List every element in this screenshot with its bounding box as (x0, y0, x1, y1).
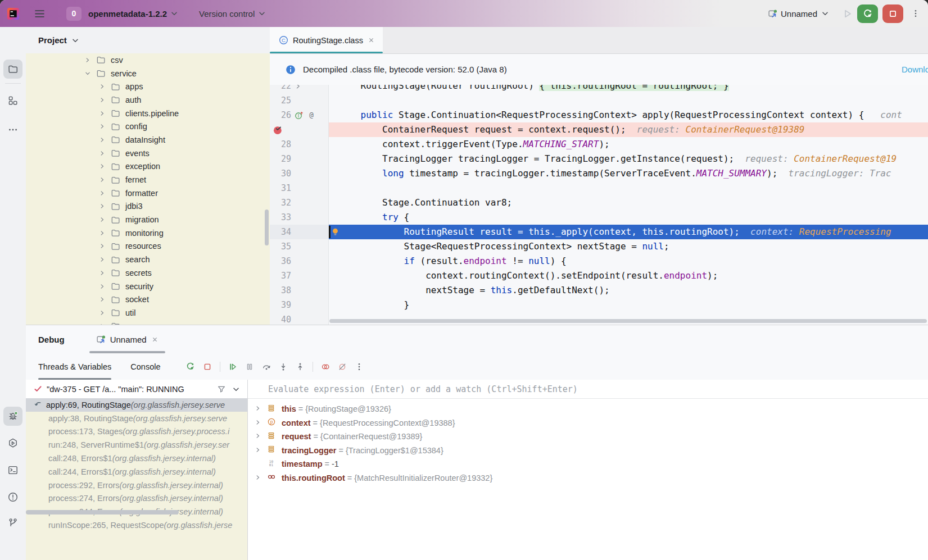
stripe-project-folder-icon[interactable] (3, 60, 22, 79)
tree-item-socket[interactable]: socket (26, 293, 270, 306)
tree-item-auth[interactable]: auth (26, 93, 270, 107)
code-line-30[interactable]: 30 long timestamp = tracingLogger.timest… (270, 166, 928, 181)
chevron-right-icon[interactable] (99, 190, 106, 197)
chevron-right-icon[interactable] (84, 57, 91, 63)
code-line-28[interactable]: 28 context.triggerEvent(Type.MATCHING_ST… (270, 137, 928, 152)
filter-icon[interactable] (217, 385, 226, 394)
breakpoint-icon[interactable] (273, 125, 283, 135)
rerun-debug-button[interactable] (857, 4, 878, 23)
gutter[interactable]: 29 (270, 152, 329, 166)
project-switcher[interactable]: openmetadata-1.2.2 (88, 9, 179, 19)
gutter[interactable]: 22 (270, 85, 329, 93)
code-line-34[interactable]: 34 RoutingResult result = this._apply(co… (270, 225, 928, 239)
code-line-38[interactable]: 38 nextStage = this.getDefaultNext(); (270, 283, 928, 298)
chevron-right-icon[interactable] (99, 123, 106, 130)
tree-item-exception[interactable]: exception (26, 160, 270, 174)
stripe-debug-icon[interactable] (3, 407, 22, 426)
more-vertical-icon[interactable] (351, 358, 368, 375)
code-line-35[interactable]: 35 Stage<RequestProcessingContext> nextS… (270, 239, 928, 254)
chevron-right-icon[interactable] (99, 176, 106, 183)
chevron-right-icon[interactable] (99, 296, 106, 303)
tree-item-util[interactable]: util (26, 306, 270, 320)
gutter[interactable]: 39 (270, 298, 329, 312)
code-line-37[interactable]: 37 context.routingContext().setEndpoint(… (270, 268, 928, 283)
tree-item-formatter[interactable]: formatter (26, 186, 270, 200)
variable-row-request[interactable]: request={ContainerRequest@19389} (248, 430, 928, 444)
run-config-selector[interactable]: Unnamed (768, 9, 830, 19)
chevron-right-icon[interactable] (99, 230, 106, 236)
stack-frame[interactable]: apply:69, RoutingStage (org.glassfish.je… (26, 398, 247, 412)
tree-item-jdbi3[interactable]: jdbi3 (26, 200, 270, 213)
rerun-icon[interactable] (182, 358, 199, 375)
chevron-right-icon[interactable] (99, 216, 106, 223)
stripe-services-icon[interactable] (3, 434, 22, 453)
tree-item-fernet[interactable]: fernet (26, 173, 270, 186)
chevron-down-icon[interactable] (84, 70, 91, 77)
vcs-widget[interactable]: Version control (199, 9, 266, 19)
stripe-git-branch-icon[interactable] (3, 513, 22, 532)
gutter[interactable]: 28 (270, 137, 329, 152)
stack-frame[interactable]: runInScope:265, RequestScope (org.glassf… (26, 518, 247, 532)
chevron-right-icon[interactable] (99, 203, 106, 210)
tree-item-events[interactable]: events (26, 147, 270, 160)
tree-item-apps[interactable]: apps (26, 80, 270, 93)
chevron-right-icon[interactable] (99, 256, 106, 263)
variable-row-this.routingRoot[interactable]: this.routingRoot={MatchResultInitializer… (248, 471, 928, 485)
resume-icon[interactable] (224, 358, 241, 375)
gutter[interactable]: 37 (270, 268, 329, 283)
code-line-32[interactable]: 32 Stage.Continuation var8; (270, 195, 928, 210)
gutter[interactable]: 26I@ (270, 108, 329, 122)
tree-item-config[interactable]: config (26, 120, 270, 133)
tree-item-dataInsight[interactable]: dataInsight (26, 133, 270, 147)
tree-scrollbar[interactable] (265, 210, 269, 245)
tree-item-security[interactable]: security (26, 280, 270, 293)
code-line-22[interactable]: 22 RoutingStage(Router routingRoot) { th… (270, 85, 928, 93)
code-line-breakpoint[interactable]: ContainerRequest request = context.reque… (270, 122, 928, 137)
tab-console[interactable]: Console (130, 353, 160, 380)
chevron-right-icon[interactable] (99, 83, 106, 90)
chevron-right-icon[interactable] (99, 243, 106, 249)
gutter[interactable]: 31 (270, 181, 329, 195)
chevron-right-icon[interactable] (99, 163, 106, 170)
stack-frame[interactable]: process:292, Errors (org.glassfish.jerse… (26, 479, 247, 492)
stack-frame[interactable]: process:173, Stages (org.glassfish.jerse… (26, 425, 247, 439)
stripe-structure-icon[interactable] (3, 91, 22, 110)
chevron-right-icon[interactable] (99, 309, 106, 316)
stack-frame[interactable]: process:274, Errors (org.glassfish.jerse… (26, 492, 247, 506)
chevron-right-icon[interactable] (99, 270, 106, 276)
stack-frame[interactable]: apply:38, RoutingStage (org.glassfish.je… (26, 412, 247, 425)
chevron-right-icon[interactable] (99, 136, 106, 143)
mute-breakpoints-icon[interactable] (334, 358, 351, 375)
gutter[interactable]: 35 (270, 239, 329, 254)
thread-selector[interactable]: "dw-375 - GET /a... "main": RUNNING (26, 380, 247, 399)
gutter[interactable]: 32 (270, 195, 329, 210)
variable-row-timestamp[interactable]: 1001timestamp=-1 (248, 457, 928, 471)
code-line-29[interactable]: 29 TracingLogger tracingLogger = Tracing… (270, 152, 928, 166)
pause-icon[interactable] (241, 358, 258, 375)
stripe-problems-icon[interactable] (3, 488, 22, 507)
chevron-down-icon[interactable] (232, 385, 241, 394)
stop-icon[interactable] (199, 358, 216, 375)
gutter[interactable]: 25 (270, 93, 329, 108)
chevron-right-icon[interactable] (255, 405, 261, 412)
chevron-right-icon[interactable] (99, 283, 106, 290)
tree-item-migration[interactable]: migration (26, 213, 270, 226)
code-line-31[interactable]: 31 (270, 181, 928, 195)
variable-row-this[interactable]: this={RoutingStage@19326} (248, 402, 928, 416)
evaluate-expression-input[interactable] (248, 384, 928, 395)
step-out-icon[interactable] (292, 358, 309, 375)
gutter[interactable]: 30 (270, 166, 329, 181)
chevron-right-icon[interactable] (99, 110, 106, 117)
code-line-36[interactable]: 36 if (result.endpoint != null) { (270, 254, 928, 268)
tree-item-service[interactable]: service (26, 67, 270, 80)
close-icon[interactable] (151, 336, 159, 343)
intention-bulb-icon[interactable] (331, 227, 339, 236)
run-button[interactable] (842, 8, 853, 19)
tab-routingstage[interactable]: C RoutingStage.class (270, 27, 383, 53)
step-over-icon[interactable] (258, 358, 275, 375)
gutter[interactable] (270, 122, 329, 137)
tree-item-clients.pipeline[interactable]: clients.pipeline (26, 107, 270, 120)
tree-item[interactable] (26, 320, 270, 325)
gutter[interactable]: 38 (270, 283, 329, 298)
stack-frame[interactable]: run:248, ServerRuntime$1 (org.glassfish.… (26, 438, 247, 452)
